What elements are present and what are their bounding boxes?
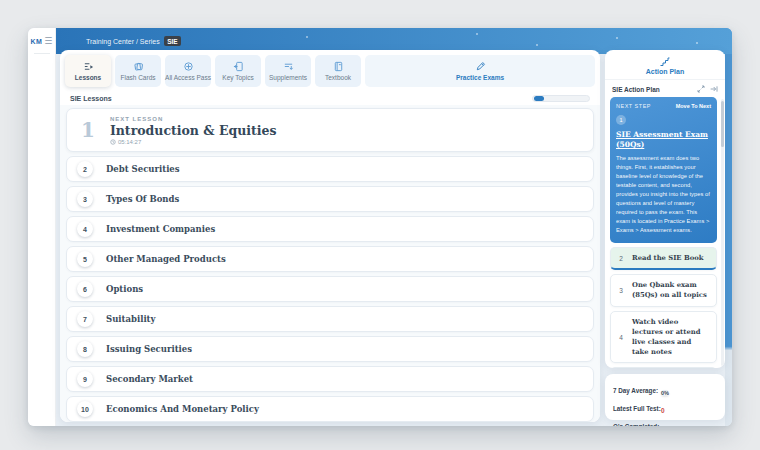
decor-dot [696,42,698,44]
action-plan-panel: Action Plan SIE Action Plan NEXT STEP Mo… [605,50,725,368]
left-rail: KM ☰ [28,28,56,426]
km-logo[interactable]: KM [31,38,43,45]
scrollbar-thumb[interactable] [721,101,724,147]
decor-dot [306,36,308,38]
next-step-eyebrow: NEXT STEP [616,103,651,109]
supplements-icon [283,61,294,72]
lesson-title: Suitability [106,314,155,324]
lesson-duration: 05:14:27 [118,139,141,145]
tab-lessons[interactable]: Lessons [65,55,111,87]
next-step-title[interactable]: SIE Assessment Exam (50Qs) [616,130,711,150]
step-number: 4 [617,334,625,341]
lesson-row[interactable]: 7 Suitability [66,306,594,332]
lesson-title: Options [106,284,143,294]
stat-label: Latest Full Test: [613,405,661,412]
lesson-row[interactable]: 2 Debt Securities [66,156,594,182]
lessons-section-header: SIE Lessons [60,91,600,105]
lesson-number: 8 [77,341,93,357]
tab-all-access-pass[interactable]: All Access Pass [165,55,211,87]
lesson-title[interactable]: Introduction & Equities [110,123,277,138]
lesson-title: Economics And Monetary Policy [106,404,259,414]
textbook-icon [333,61,344,72]
flash-cards-icon [133,61,144,72]
lesson-title: Debt Securities [106,164,180,174]
progress-slider[interactable] [532,95,590,102]
next-lesson-card[interactable]: 1 NEXT LESSON Introduction & Equities 05… [66,108,594,152]
lesson-title: Types Of Bonds [106,194,179,204]
expand-icon[interactable] [697,85,705,93]
section-title: SIE Lessons [70,95,112,102]
lesson-row[interactable]: 6 Options [66,276,594,302]
step-title: Read the SIE Book [632,253,703,263]
qs-completed-row: Q's Completed: 0/991 [613,417,717,426]
all-access-pass-icon [183,61,194,72]
lesson-title: Secondary Market [106,374,193,384]
tab-label: Flash Cards [120,74,155,81]
lesson-row[interactable]: 10 Economics And Monetary Policy [66,396,594,422]
lesson-number: 4 [77,221,93,237]
tab-key-topics[interactable]: Key Topics [215,55,261,87]
action-plan-header[interactable]: Action Plan [605,50,725,80]
qs-completed-total: /991 [665,425,678,426]
rail-divider [34,53,50,54]
lesson-row[interactable]: 8 Issuing Securities [66,336,594,362]
tab-label: All Access Pass [165,74,211,81]
latest-full-test-row: Latest Full Test: 0 [613,399,717,417]
action-plan-title: Action Plan [605,68,725,75]
action-plan-name: SIE Action Plan [612,86,660,93]
lesson-row[interactable]: 3 Types Of Bonds [66,186,594,212]
action-step[interactable]: 5 Review Class Summary (and other Supple… [610,367,717,368]
slider-knob[interactable] [534,96,544,101]
lesson-list: 1 NEXT LESSON Introduction & Equities 05… [60,105,600,422]
collapse-right-icon[interactable] [710,85,718,93]
main-area: Training Center / Series SIE Lessons Fla… [56,28,732,426]
move-to-next-button[interactable]: Move To Next [676,103,711,109]
next-step-description: The assessment exam does two things. Fir… [616,154,711,235]
decor-dot [616,37,618,39]
lesson-number: 6 [77,281,93,297]
series-badge: SIE [164,36,181,46]
clock-icon [110,139,116,145]
lesson-row[interactable]: 4 Investment Companies [66,216,594,242]
key-topics-icon [233,61,244,72]
lesson-number: 2 [77,161,93,177]
lesson-number: 7 [77,311,93,327]
tab-flash-cards[interactable]: Flash Cards [115,55,161,87]
tab-label: Lessons [75,74,101,81]
lesson-number: 1 [81,118,95,142]
page-scroll-strip[interactable] [725,28,732,426]
hamburger-icon[interactable]: ☰ [44,37,52,46]
lesson-title: Investment Companies [106,224,215,234]
action-plan-scroll: NEXT STEP Move To Next 1 SIE Assessment … [605,97,725,368]
tab-label: Textbook [325,74,351,81]
lesson-number: 5 [77,251,93,267]
practice-exams-icon [475,61,486,72]
action-plan-subheader: SIE Action Plan [605,80,725,97]
tab-bar: Lessons Flash Cards All Access Pass Key … [60,50,600,91]
latest-test-value: 0 [661,407,665,414]
stat-label: 7 Day Average: [613,387,658,394]
lesson-row[interactable]: 9 Secondary Market [66,366,594,392]
tab-supplements[interactable]: Supplements [265,55,311,87]
action-step[interactable]: 2 Read the SIE Book [610,247,717,270]
action-step[interactable]: 3 One Qbank exam (85Qs) on all topics [610,274,717,306]
lesson-title: Other Managed Products [106,254,226,264]
seven-day-average-row: 7 Day Average: 0% [613,381,717,399]
step-title: Watch video lectures or attend live clas… [632,317,710,358]
next-lesson-eyebrow: NEXT LESSON [110,116,277,122]
lesson-number: 9 [77,371,93,387]
step-number-badge: 1 [616,115,626,125]
lessons-panel: Lessons Flash Cards All Access Pass Key … [60,50,600,422]
seven-day-progress-bar: 0% [661,390,669,396]
step-title: One Qbank exam (85Qs) on all topics [632,280,710,300]
lesson-title: Issuing Securities [106,344,192,354]
tab-textbook[interactable]: Textbook [315,55,361,87]
lesson-row[interactable]: 5 Other Managed Products [66,246,594,272]
breadcrumb[interactable]: Training Center / Series [86,38,160,45]
action-step[interactable]: 4 Watch video lectures or attend live cl… [610,311,717,364]
decor-dot [536,44,538,46]
tab-label: Practice Exams [456,74,504,81]
app-window: KM ☰ Training Center / Series SIE Lesson… [28,28,732,426]
next-step-card[interactable]: NEXT STEP Move To Next 1 SIE Assessment … [610,97,717,243]
tab-practice-exams[interactable]: Practice Exams [365,55,595,87]
